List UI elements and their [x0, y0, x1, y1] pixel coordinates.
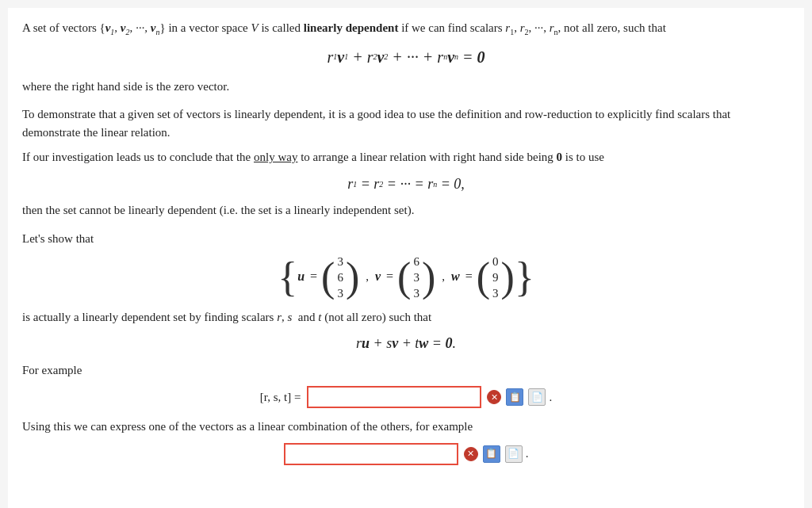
- zero-vector-note: where the right hand side is the zero ve…: [22, 78, 790, 96]
- second-answer-input[interactable]: [284, 443, 458, 465]
- for-example-paragraph: For example: [22, 361, 790, 380]
- w-vector-group: w = ( 0 9 3 ): [451, 254, 515, 300]
- first-input-label: [r, s, t] =: [260, 388, 301, 407]
- v-vector-group: v = ( 6 3 3 ): [375, 254, 435, 300]
- zero-scalars-formula: r1 = r2 = ··· = rn = 0,: [22, 174, 790, 196]
- intro-paragraph: A set of vectors {v1, v2, ···, vn} in a …: [22, 19, 790, 39]
- main-formula: r1v1 + r2v2 + ··· + rnvn = 0: [22, 45, 790, 70]
- u-values: 3 6 3: [337, 254, 343, 300]
- v-label: v: [375, 267, 381, 287]
- u-close-paren-icon: ): [346, 257, 359, 298]
- v-values: 6 3 3: [413, 254, 419, 300]
- v-open-paren-icon: (: [397, 257, 411, 298]
- first-row-period: .: [549, 388, 552, 407]
- vectors-display: { u = ( 3 6 3 ) , v = ( 6 3 3 ) ,: [22, 254, 790, 300]
- second-clear-button[interactable]: ✕: [464, 447, 478, 461]
- w-close-paren-icon: ): [501, 257, 515, 298]
- u-open-paren-icon: (: [321, 257, 335, 298]
- w-label: w: [451, 267, 460, 287]
- main-page: A set of vectors {v1, v2, ···, vn} in a …: [8, 8, 804, 508]
- using-this-paragraph: Using this we can express one of the vec…: [22, 418, 790, 436]
- second-copy-button[interactable]: 📋: [483, 445, 500, 463]
- is-actually-paragraph: is actually a linearly dependent set by …: [22, 308, 790, 327]
- open-brace-icon: {: [278, 257, 297, 298]
- u-label: u: [297, 267, 304, 287]
- second-row-period: .: [526, 445, 529, 463]
- close-brace-icon: }: [515, 257, 534, 298]
- then-set-paragraph: then the set cannot be linearly dependen…: [22, 201, 790, 220]
- first-paste-button[interactable]: 📄: [528, 388, 546, 406]
- v-close-paren-icon: ): [422, 257, 435, 298]
- if-investigation-paragraph: If our investigation leads us to conclud…: [22, 148, 790, 166]
- lets-show-paragraph: Let's show that: [22, 230, 790, 248]
- demonstrate-paragraph: To demonstrate that a given set of vecto…: [22, 105, 790, 143]
- second-paste-button[interactable]: 📄: [505, 445, 523, 463]
- in-vector-space-text: in a vector space V: [168, 21, 258, 34]
- u-vector-group: u = ( 3 6 3 ): [297, 254, 359, 300]
- first-clear-button[interactable]: ✕: [487, 390, 501, 404]
- second-input-row: ✕ 📋 📄 .: [22, 443, 790, 465]
- w-values: 0 9 3: [492, 254, 499, 300]
- first-copy-button[interactable]: 📋: [506, 388, 523, 406]
- w-open-paren-icon: (: [477, 257, 490, 298]
- vector-equation-formula: ru + sv + tw = 0.: [22, 333, 790, 355]
- first-answer-input[interactable]: [307, 386, 481, 408]
- first-input-row: [r, s, t] = ✕ 📋 📄 .: [22, 386, 790, 408]
